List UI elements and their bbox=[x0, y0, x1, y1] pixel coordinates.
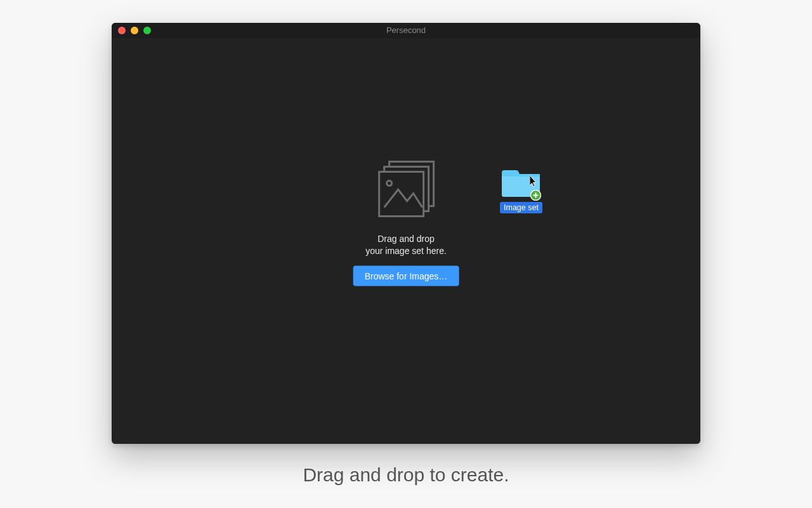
dropzone-text: Drag and drop your image set here. bbox=[365, 233, 447, 257]
dropzone-line1: Drag and drop bbox=[377, 234, 435, 244]
image-stack-icon bbox=[374, 157, 438, 220]
window-content[interactable]: Drag and drop your image set here. Brows… bbox=[112, 38, 700, 444]
window-title: Persecond bbox=[112, 25, 700, 35]
dragging-folder[interactable]: Image set bbox=[500, 170, 542, 213]
browse-button[interactable]: Browse for Images… bbox=[353, 265, 459, 286]
folder-icon bbox=[502, 170, 540, 199]
marketing-caption: Drag and drop to create. bbox=[303, 464, 509, 486]
add-badge-icon bbox=[530, 190, 541, 201]
dropzone[interactable]: Drag and drop your image set here. Brows… bbox=[353, 157, 459, 286]
folder-label: Image set bbox=[500, 202, 542, 213]
titlebar: Persecond bbox=[112, 23, 700, 38]
dropzone-line2: your image set here. bbox=[365, 245, 447, 255]
app-window: Persecond Drag and drop bbox=[112, 23, 700, 444]
